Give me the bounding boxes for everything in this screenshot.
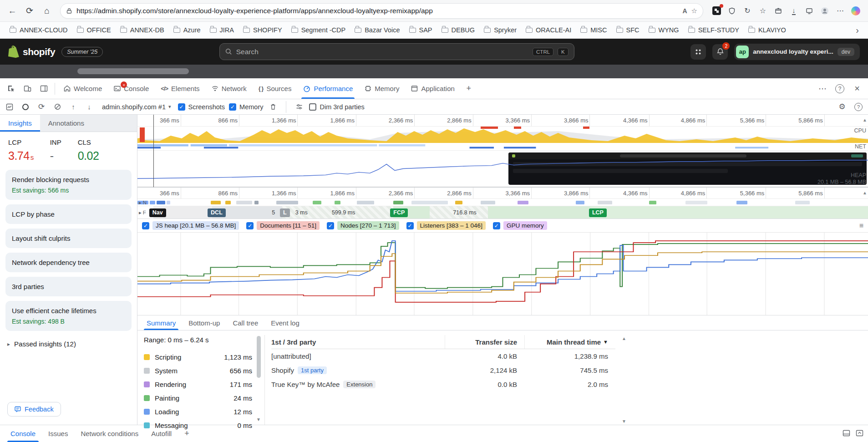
- drawer-add-tab-button[interactable]: +: [178, 425, 195, 442]
- tab-welcome[interactable]: Welcome: [58, 78, 108, 99]
- devtools-help-icon[interactable]: ?: [832, 81, 848, 97]
- legend-nodes[interactable]: Nodes [270 – 1 713]: [327, 221, 399, 230]
- bookmark-item[interactable]: SFC: [612, 24, 644, 36]
- metric-inp[interactable]: INP -: [50, 138, 61, 163]
- insight-card-layout-shift[interactable]: Layout shift culprits: [5, 229, 132, 248]
- tab-application[interactable]: Application: [405, 78, 460, 99]
- tab-annotations[interactable]: Annotations: [40, 115, 92, 132]
- profile-avatar[interactable]: [819, 5, 831, 17]
- sync-icon[interactable]: ↻: [741, 5, 753, 17]
- account-menu[interactable]: ap annexcloud loyalty experi... dev: [734, 44, 860, 60]
- tab-summary[interactable]: Summary: [141, 315, 181, 330]
- legend-listeners[interactable]: Listeners [383 – 1 046]: [406, 221, 486, 230]
- metric-cls[interactable]: CLS 0.02: [78, 138, 100, 163]
- load-profile-icon[interactable]: ↑: [67, 101, 79, 113]
- live-metrics-icon[interactable]: [4, 101, 15, 113]
- bookmark-item[interactable]: WYNG: [645, 24, 683, 36]
- network-track[interactable]: ▸N: [137, 199, 868, 206]
- drawer-tab-autofill[interactable]: Autofill: [145, 425, 178, 442]
- summary-scrollbar[interactable]: ▼: [256, 335, 262, 422]
- disclosure-triangle-icon[interactable]: ▸: [139, 199, 142, 206]
- garbage-collect-icon[interactable]: [267, 101, 279, 113]
- insight-card-3rd-parties[interactable]: 3rd parties: [5, 277, 132, 296]
- recording-history-select[interactable]: admin.shopify.com #1 ▾: [99, 102, 174, 112]
- tab-network[interactable]: Network: [206, 78, 253, 99]
- devtools-menu-icon[interactable]: ⋯: [814, 81, 831, 97]
- tab-sources[interactable]: { } Sources: [253, 78, 298, 99]
- drawer-tab-issues[interactable]: Issues: [42, 425, 74, 442]
- table-header[interactable]: 1st / 3rd party Transfer size Main threa…: [271, 335, 615, 349]
- feedback-button[interactable]: Feedback: [7, 402, 61, 417]
- load-marker-badge[interactable]: L: [280, 208, 290, 217]
- bookmark-item[interactable]: SAP: [405, 24, 437, 36]
- drawer-expand-icon[interactable]: [856, 429, 863, 438]
- settings-menu-icon[interactable]: ⋯: [834, 5, 846, 17]
- bookmarks-overflow-chevron[interactable]: ›: [852, 25, 863, 36]
- favorites-bar-icon[interactable]: ☆: [757, 5, 769, 17]
- devtools-close-icon[interactable]: ×: [849, 81, 865, 97]
- tab-call-tree[interactable]: Call tree: [227, 315, 264, 330]
- panel-layout-icon[interactable]: [36, 81, 52, 97]
- copilot-icon[interactable]: [850, 5, 862, 17]
- bookmark-item[interactable]: KLAVIYO: [744, 24, 790, 36]
- passed-insights-toggle[interactable]: ▸ Passed insights (12): [0, 335, 137, 353]
- metric-lcp[interactable]: LCP 3.74s: [8, 138, 34, 163]
- insight-card-cache-lifetimes[interactable]: Use efficient cache lifetimes Est saving…: [5, 301, 132, 331]
- downloads-icon[interactable]: ↓: [788, 5, 800, 17]
- record-button[interactable]: [20, 101, 31, 113]
- shield-icon[interactable]: [726, 5, 738, 17]
- disclosure-triangle-icon[interactable]: ▸: [139, 209, 142, 216]
- refresh-button[interactable]: ⟳: [22, 3, 37, 19]
- tracks-ruler[interactable]: 366 ms 866 ms 1,366 ms 1,866 ms 2,366 ms…: [137, 187, 868, 199]
- bookmark-item[interactable]: JIRA: [206, 24, 238, 36]
- table-scrollbar[interactable]: ▲ ▼: [621, 335, 627, 425]
- bookmark-item[interactable]: SELF-STUDY: [684, 24, 743, 36]
- bookmark-item[interactable]: MISC: [576, 24, 611, 36]
- favorite-star-icon[interactable]: ☆: [691, 7, 697, 15]
- bookmark-item[interactable]: Spryker: [480, 24, 521, 36]
- bookmark-item[interactable]: Bazar Voice: [350, 24, 404, 36]
- insight-card-render-blocking[interactable]: Render blocking requests Est savings: 56…: [5, 170, 132, 200]
- bookmark-item[interactable]: Azure: [169, 24, 205, 36]
- scroll-up-icon[interactable]: ▲: [863, 117, 867, 122]
- read-aloud-icon[interactable]: A: [682, 7, 687, 15]
- apps-icon[interactable]: [690, 44, 706, 60]
- screenshot-filmstrip[interactable]: HEAP 20.1 MB – 56.8 MB: [137, 151, 868, 187]
- scroll-down-icon[interactable]: ▼: [622, 419, 626, 424]
- overview-ruler[interactable]: 366 ms 866 ms 1,366 ms 1,866 ms 2,366 ms…: [137, 115, 868, 127]
- network-overview-chart[interactable]: NET: [137, 143, 868, 151]
- timeline-overview[interactable]: 366 ms 866 ms 1,366 ms 1,866 ms 2,366 ms…: [137, 115, 868, 187]
- fcp-marker-badge[interactable]: FCP: [390, 208, 408, 217]
- memory-counters-chart[interactable]: [137, 233, 868, 315]
- tab-event-log[interactable]: Event log: [265, 315, 305, 330]
- clear-recording-icon[interactable]: [51, 101, 63, 113]
- home-button[interactable]: ⌂: [39, 3, 55, 19]
- help-icon[interactable]: ?: [853, 101, 864, 113]
- bookmark-item[interactable]: SHOPIFY: [239, 24, 286, 36]
- table-row[interactable]: [unattributed] 4.0 kB 1,238.9 ms: [271, 349, 615, 363]
- back-button[interactable]: ←: [5, 3, 20, 19]
- bookmark-item[interactable]: Segment -CDP: [287, 24, 350, 36]
- global-search-bar[interactable]: Search CTRL K: [219, 43, 574, 60]
- url-text[interactable]: https://admin.shopify.com/store/annexclo…: [76, 7, 678, 15]
- legend-documents[interactable]: Documents [11 – 51]: [246, 221, 320, 230]
- drawer-tab-network-conditions[interactable]: Network conditions: [75, 425, 144, 442]
- scrollbar-thumb[interactable]: [257, 336, 261, 378]
- scroll-down-icon[interactable]: ▼: [256, 417, 261, 422]
- shopify-logo[interactable]: shopify: [8, 46, 55, 58]
- legend-gpu-memory[interactable]: GPU memory: [493, 221, 547, 230]
- drawer-tab-console[interactable]: Console: [5, 425, 41, 442]
- record-and-reload-icon[interactable]: ⟳: [36, 101, 47, 113]
- device-toolbar-icon[interactable]: [19, 81, 36, 97]
- sort-desc-icon[interactable]: ▼: [603, 339, 608, 345]
- tab-memory[interactable]: Memory: [359, 78, 405, 99]
- nav-marker-badge[interactable]: Nav: [149, 208, 166, 217]
- scroll-up-icon[interactable]: ▲: [863, 190, 867, 195]
- settings-gear-icon[interactable]: ⚙: [836, 101, 848, 113]
- screenshots-checkbox[interactable]: Screenshots: [178, 103, 225, 111]
- drawer-dock-icon[interactable]: [843, 429, 850, 438]
- insight-card-network-tree[interactable]: Network dependency tree: [5, 253, 132, 272]
- memory-checkbox[interactable]: Memory: [229, 103, 263, 111]
- dim-third-parties-checkbox[interactable]: Dim 3rd parties: [309, 103, 364, 111]
- table-row[interactable]: True Key™ by McAfeeExtension 0.0 kB 2.0 …: [271, 377, 615, 391]
